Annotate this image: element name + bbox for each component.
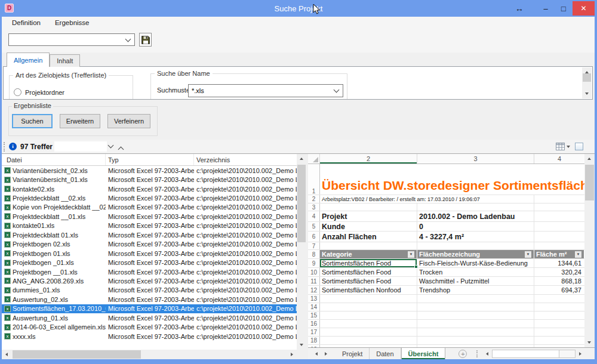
row-header[interactable]: 2 xyxy=(308,195,320,203)
preview-meta[interactable]: Arbeitsplatz:VB02 / Bearbeiter: / erstel… xyxy=(320,195,534,203)
file-row[interactable]: Projektbogen 01.xls Microsoft Excel 97-2… xyxy=(2,249,297,258)
row-header[interactable]: 17 xyxy=(308,328,320,336)
file-row[interactable]: dummies_01.xls Microsoft Excel 97-2003-A… xyxy=(2,286,297,295)
scroll-right-button[interactable] xyxy=(577,350,584,358)
column-header-datei[interactable]: Datei xyxy=(2,154,106,165)
file-row[interactable]: Auswertung_01.xls Microsoft Excel 97-200… xyxy=(2,313,297,322)
area-size-cell[interactable]: 868,18 xyxy=(534,277,584,285)
quick-filter-box[interactable] xyxy=(54,141,107,152)
sheet-cell[interactable] xyxy=(534,242,584,249)
sheet-cell[interactable] xyxy=(534,320,584,328)
file-row[interactable]: Sortimentsflächen_17.03.2010_01… Microso… xyxy=(2,304,297,313)
sheet-nav-left-icon[interactable] xyxy=(315,352,318,356)
scroll-right-button[interactable] xyxy=(287,350,297,359)
category-cell[interactable]: Sortimentsflächen Food xyxy=(320,268,417,276)
row-header[interactable]: 16 xyxy=(308,320,320,328)
row-header[interactable]: 9 xyxy=(308,259,320,267)
column-header-verzeichnis[interactable]: Verzeichnis xyxy=(194,154,297,165)
row-header[interactable]: 1 xyxy=(308,164,320,195)
sheet-cell[interactable] xyxy=(417,242,534,249)
scroll-up-button[interactable] xyxy=(297,154,306,164)
file-row[interactable]: ANG_ANG.2008.269.xls Microsoft Excel 97-… xyxy=(2,276,297,285)
file-row[interactable]: Variantenübersicht_01.xls Microsoft Exce… xyxy=(2,175,297,184)
sheet-cell[interactable] xyxy=(417,337,534,344)
area-name-cell[interactable]: Fisch-Fleisch-Wurst-Käse-Bedienung xyxy=(417,259,534,267)
row-header[interactable]: 13 xyxy=(308,295,320,303)
drag-grip-icon[interactable] xyxy=(4,142,5,152)
sheet-cell[interactable] xyxy=(320,303,417,311)
select-all-corner[interactable] xyxy=(308,154,320,164)
row-header[interactable]: 14 xyxy=(308,303,320,311)
row-header[interactable]: 18 xyxy=(308,337,320,344)
file-row[interactable]: Projektbogen _01.xls Microsoft Excel 97-… xyxy=(2,258,297,267)
sheet-cell[interactable] xyxy=(417,203,534,211)
search-button[interactable]: Suchen xyxy=(12,114,53,128)
expand-icon[interactable] xyxy=(118,147,124,153)
file-row[interactable]: Variantenübersicht_02.xls Microsoft Exce… xyxy=(2,166,297,175)
area-name-cell[interactable]: Waschmittel - Putzmittel xyxy=(417,277,534,285)
info-label[interactable]: Projekt xyxy=(320,211,417,221)
file-row[interactable]: kontakte02.xls Microsoft Excel 97-2003-A… xyxy=(2,184,297,193)
sheet-tab-daten[interactable]: Daten xyxy=(370,348,401,359)
scroll-down-button[interactable] xyxy=(584,338,594,347)
filter-header-cell[interactable]: Flächenbezeichung▼ xyxy=(417,250,534,258)
scrollbar-thumb[interactable] xyxy=(297,165,306,242)
scrollbar-thumb[interactable] xyxy=(585,165,594,200)
expand-button[interactable]: Erweitern xyxy=(60,114,100,128)
preview-toggle-icon[interactable] xyxy=(575,143,583,150)
close-button[interactable]: ✕ xyxy=(573,1,595,16)
row-header[interactable]: 15 xyxy=(308,311,320,319)
file-row[interactable]: Projektbogen __01.xls Microsoft Excel 97… xyxy=(2,267,297,276)
file-row[interactable]: xxxx.xls Microsoft Excel 97-2003-Arbeit…… xyxy=(2,332,297,341)
menu-definition[interactable]: Definition xyxy=(10,18,42,27)
sheet-tab-übersicht[interactable]: Übersicht xyxy=(401,348,446,359)
column-header-3[interactable]: 3 xyxy=(417,154,534,164)
sheet-cell[interactable] xyxy=(417,320,534,328)
save-button[interactable] xyxy=(139,33,152,47)
scroll-up-button[interactable] xyxy=(584,154,594,164)
add-sheet-icon[interactable]: + xyxy=(458,350,467,358)
sheet-vertical-scrollbar[interactable] xyxy=(584,154,595,347)
file-list-horizontal-scrollbar[interactable] xyxy=(2,350,297,359)
refine-button[interactable]: Verfeinern xyxy=(107,114,150,128)
sheet-cell[interactable] xyxy=(417,311,534,319)
file-row[interactable]: 2014-06-03_Excel allgemein.xls Microsoft… xyxy=(2,322,297,331)
info-value[interactable]: 0 xyxy=(417,222,534,231)
sheet-cell[interactable] xyxy=(320,203,417,211)
maximize-button[interactable]: □ xyxy=(555,1,573,16)
file-row[interactable]: kontakte01.xls Microsoft Excel 97-2003-A… xyxy=(2,221,297,230)
sheet-cell[interactable] xyxy=(320,295,417,303)
file-list-vertical-scrollbar[interactable] xyxy=(297,154,306,350)
column-header-4[interactable]: 4 xyxy=(534,154,584,164)
sheet-cell[interactable] xyxy=(417,303,534,311)
sheet-cell[interactable] xyxy=(534,337,584,344)
scrollbar-thumb[interactable] xyxy=(13,350,141,359)
tab-splitter-icon[interactable] xyxy=(476,350,478,357)
category-cell[interactable]: Sortimentsflächen Food xyxy=(320,259,417,267)
sheet-cell[interactable] xyxy=(534,222,584,231)
scrollbar-thumb[interactable] xyxy=(583,73,591,82)
column-header-typ[interactable]: Typ xyxy=(106,154,194,165)
row-header[interactable]: 8 xyxy=(308,250,320,258)
resize-icon[interactable]: ↔ xyxy=(510,1,528,16)
filter-dropdown-icon[interactable]: ▼ xyxy=(407,251,415,258)
radio-projektordner[interactable] xyxy=(14,88,21,96)
sheet-cell[interactable] xyxy=(320,311,417,319)
file-row[interactable]: Auswertung_02.xls Microsoft Excel 97-200… xyxy=(2,295,297,304)
sheet-cell[interactable] xyxy=(534,195,584,203)
sheet-cell[interactable] xyxy=(320,328,417,336)
file-row[interactable]: Kopie von Projektdeckblatt __02.xls Micr… xyxy=(2,203,297,212)
area-name-cell[interactable]: Trendshop xyxy=(417,286,534,294)
sheet-cell[interactable] xyxy=(534,211,584,221)
scroll-down-button[interactable] xyxy=(582,89,592,98)
sheet-cell[interactable] xyxy=(320,242,417,249)
category-cell[interactable]: Sortimentsflächen Food xyxy=(320,277,417,285)
scroll-left-button[interactable] xyxy=(484,350,491,358)
sheet-cell[interactable] xyxy=(534,328,584,336)
sheet-cell[interactable] xyxy=(320,320,417,328)
file-row[interactable]: Projektdeckblatt 01.xls Microsoft Excel … xyxy=(2,230,297,239)
view-grid-icon[interactable] xyxy=(556,143,565,150)
info-label[interactable]: Kunde xyxy=(320,222,417,231)
scroll-left-button[interactable] xyxy=(2,350,11,359)
saved-search-combobox[interactable] xyxy=(8,33,135,46)
